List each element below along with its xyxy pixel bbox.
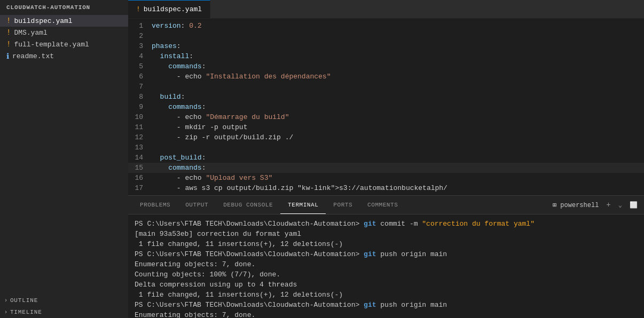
code-line-12: 12 - zip -r output/build.zip ./ bbox=[128, 132, 644, 142]
code-line-5: 5 commands: bbox=[128, 61, 644, 71]
terminal-output: Enumerating objects: 7, done. bbox=[135, 260, 255, 268]
tab-buildspec[interactable]: ! buildspec.yaml bbox=[128, 0, 210, 18]
line-content: - aws s3 cp output/build.zip "kw-link">s… bbox=[152, 183, 642, 193]
line-number: 6 bbox=[130, 71, 152, 82]
code-line-11: 11 - mkdir -p output bbox=[128, 122, 644, 132]
line-content: - echo "Installation des dépendances" bbox=[152, 71, 642, 82]
sidebar-file-full-template-yaml[interactable]: !full-template.yaml bbox=[0, 38, 128, 50]
terminal-line: Delta compression using up to 4 threads bbox=[135, 280, 638, 290]
bottom-panel: PROBLEMSOUTPUTDEBUG CONSOLETERMINALPORTS… bbox=[128, 195, 644, 318]
terminal-output: 1 file changed, 11 insertions(+), 12 del… bbox=[135, 291, 343, 299]
terminal-line: Enumerating objects: 7, done. bbox=[135, 259, 638, 269]
line-number: 12 bbox=[130, 132, 152, 142]
sidebar-file-buildspec-yaml[interactable]: !buildspec.yaml bbox=[0, 15, 128, 27]
line-content: commands: bbox=[152, 163, 642, 173]
new-terminal-button[interactable]: + bbox=[604, 200, 612, 210]
file-name: readme.txt bbox=[12, 52, 54, 60]
line-content: - echo "Upload vers S3" bbox=[152, 173, 642, 183]
terminal-line: [main 93a53eb] correction du format yaml bbox=[135, 229, 638, 239]
split-terminal-button[interactable]: ⌄ bbox=[616, 200, 624, 210]
line-content: build: bbox=[152, 92, 642, 102]
line-number: 10 bbox=[130, 112, 152, 122]
tab-bar: ! buildspec.yaml bbox=[128, 0, 644, 19]
code-line-16: 16 - echo "Upload vers S3" bbox=[128, 173, 644, 183]
terminal-part: PS C:\Users\FTAB TECH\Downloads\Cloudwat… bbox=[135, 220, 364, 228]
line-content: - echo "Démarrage du build" bbox=[152, 112, 642, 122]
code-line-14: 14 post_build: bbox=[128, 153, 644, 163]
terminal-line: PS C:\Users\FTAB TECH\Downloads\Cloudwat… bbox=[135, 300, 638, 310]
terminal-part: git bbox=[364, 301, 376, 309]
sidebar-file-list: !buildspec.yaml!DMS.yaml!full-template.y… bbox=[0, 15, 128, 62]
sidebar-file-DMS-yaml[interactable]: !DMS.yaml bbox=[0, 27, 128, 38]
terminal-line: 1 file changed, 11 insertions(+), 12 del… bbox=[135, 290, 638, 300]
terminal-part: -m bbox=[410, 220, 418, 228]
line-content: - mkdir -p output bbox=[152, 122, 642, 132]
file-name: buildspec.yaml bbox=[14, 17, 72, 25]
file-icon: ! bbox=[6, 28, 11, 37]
line-content: commands: bbox=[152, 61, 642, 71]
file-icon: ! bbox=[6, 40, 11, 49]
panel-tab-bar: PROBLEMSOUTPUTDEBUG CONSOLETERMINALPORTS… bbox=[128, 196, 644, 214]
terminal-part: git bbox=[364, 250, 376, 258]
terminal-part: git bbox=[364, 220, 376, 228]
sidebar-bottom: › OUTLINE › TIMELINE bbox=[0, 295, 128, 318]
line-number: 15 bbox=[130, 163, 152, 173]
terminal-output: [main 93a53eb] correction du format yaml bbox=[135, 230, 301, 238]
sidebar-item-timeline[interactable]: › TIMELINE bbox=[0, 306, 128, 318]
line-number: 13 bbox=[130, 142, 152, 153]
terminal-content[interactable]: PS C:\Users\FTAB TECH\Downloads\Cloudwat… bbox=[128, 214, 644, 318]
code-line-7: 7 bbox=[128, 82, 644, 92]
file-icon: ℹ bbox=[6, 52, 9, 61]
main-area: ! buildspec.yaml 1version: 0.22 3phases:… bbox=[128, 0, 644, 318]
line-content: install: bbox=[152, 51, 642, 61]
line-content bbox=[152, 31, 642, 41]
panel-tab-output[interactable]: OUTPUT bbox=[178, 196, 216, 214]
code-line-9: 9 commands: bbox=[128, 102, 644, 112]
sidebar-item-outline[interactable]: › OUTLINE bbox=[0, 295, 128, 306]
line-number: 1 bbox=[130, 21, 152, 31]
code-line-3: 3phases: bbox=[128, 41, 644, 51]
line-number: 5 bbox=[130, 61, 152, 71]
panel-tab-problems[interactable]: PROBLEMS bbox=[132, 196, 178, 214]
terminal-line: Enumerating objects: 7, done. bbox=[135, 310, 638, 318]
line-number: 2 bbox=[130, 31, 152, 41]
terminal-output: Enumerating objects: 7, done. bbox=[135, 311, 255, 318]
line-number: 4 bbox=[130, 51, 152, 61]
code-line-8: 8 build: bbox=[128, 92, 644, 102]
panel-tab-terminal[interactable]: TERMINAL bbox=[280, 196, 326, 214]
panel-tab-ports[interactable]: PORTS bbox=[326, 196, 360, 214]
terminal-part: push origin main bbox=[376, 250, 447, 258]
maximize-panel-button[interactable]: ⬜ bbox=[627, 200, 640, 210]
line-number: 7 bbox=[130, 82, 152, 92]
chevron-right-icon: › bbox=[4, 298, 8, 304]
sidebar-file-readme-txt[interactable]: ℹreadme.txt bbox=[0, 50, 128, 62]
terminal-part: PS C:\Users\FTAB TECH\Downloads\Cloudwat… bbox=[135, 250, 364, 258]
file-name: DMS.yaml bbox=[14, 29, 47, 37]
timeline-label: TIMELINE bbox=[10, 309, 42, 315]
terminal-part: "correction du format yaml" bbox=[418, 220, 535, 228]
line-content: - zip -r output/build.zip ./ bbox=[152, 132, 642, 142]
code-line-1: 1version: 0.2 bbox=[128, 21, 644, 31]
terminal-shell-label: ⊞ powershell bbox=[551, 200, 601, 210]
terminal-line: 1 file changed, 11 insertions(+), 12 del… bbox=[135, 239, 638, 249]
terminal-output: 1 file changed, 11 insertions(+), 12 del… bbox=[135, 240, 343, 248]
code-line-6: 6 - echo "Installation des dépendances" bbox=[128, 71, 644, 82]
editor-area: 1version: 0.22 3phases:4 install:5 comma… bbox=[128, 19, 644, 195]
line-content bbox=[152, 142, 642, 153]
terminal-output: Counting objects: 100% (7/7), done. bbox=[135, 271, 280, 279]
terminal-line: PS C:\Users\FTAB TECH\Downloads\Cloudwat… bbox=[135, 249, 638, 259]
panel-tab-debug-console[interactable]: DEBUG CONSOLE bbox=[216, 196, 280, 214]
terminal-output: Delta compression using up to 4 threads bbox=[135, 281, 297, 289]
code-line-13: 13 bbox=[128, 142, 644, 153]
panel-tab-comments[interactable]: COMMENTS bbox=[360, 196, 405, 214]
code-line-2: 2 bbox=[128, 31, 644, 41]
terminal-part: push origin main bbox=[376, 301, 447, 309]
line-number: 8 bbox=[130, 92, 152, 102]
terminal-part: PS C:\Users\FTAB TECH\Downloads\Cloudwat… bbox=[135, 301, 364, 309]
code-line-10: 10 - echo "Démarrage du build" bbox=[128, 112, 644, 122]
code-line-17: 17 - aws s3 cp output/build.zip "kw-link… bbox=[128, 183, 644, 193]
sidebar: CLOUDWATCH-AUTOMATION !buildspec.yaml!DM… bbox=[0, 0, 128, 318]
line-content bbox=[152, 82, 642, 92]
line-number: 14 bbox=[130, 153, 152, 163]
terminal-line: Counting objects: 100% (7/7), done. bbox=[135, 269, 638, 280]
